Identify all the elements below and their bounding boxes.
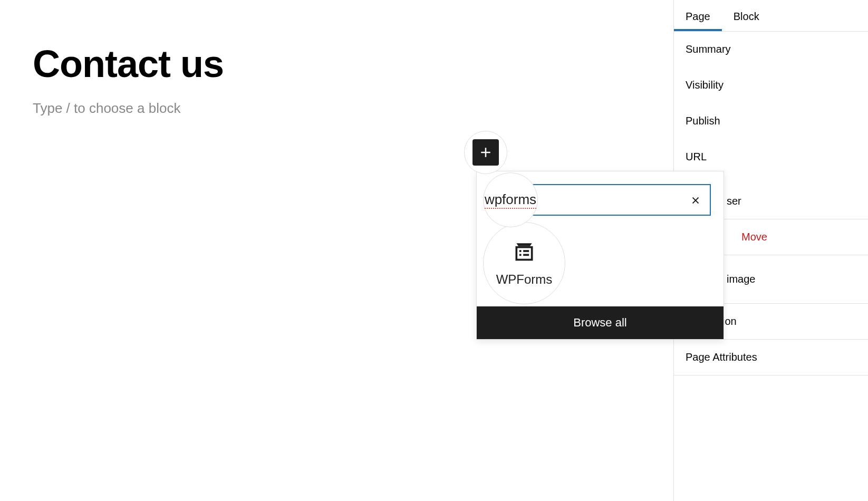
add-block-button[interactable] xyxy=(472,139,499,166)
tab-page[interactable]: Page xyxy=(674,0,722,31)
search-input-value: wpforms xyxy=(485,191,536,209)
sidebar-tabs: Page Block xyxy=(674,0,868,32)
add-block-circle xyxy=(464,131,507,174)
block-placeholder-text[interactable]: Type / to choose a block xyxy=(33,100,641,117)
panel-url[interactable]: URL xyxy=(674,139,868,175)
close-icon xyxy=(690,195,701,206)
search-text-highlight: wpforms xyxy=(483,172,538,227)
browse-all-button[interactable]: Browse all xyxy=(477,306,724,339)
page-title[interactable]: Contact us xyxy=(33,42,641,85)
svg-rect-4 xyxy=(516,247,532,260)
clear-search-button[interactable] xyxy=(690,194,701,210)
block-search-row: wpforms xyxy=(477,171,724,225)
wpforms-icon xyxy=(513,239,536,263)
tab-block[interactable]: Block xyxy=(722,0,771,31)
panel-publish[interactable]: Publish xyxy=(674,103,868,139)
add-block-trigger[interactable] xyxy=(464,131,507,174)
block-result-wpforms[interactable]: WPForms xyxy=(483,222,565,304)
block-picker-popover: wpforms WPForms Browse all xyxy=(476,171,724,340)
panel-summary[interactable]: Summary xyxy=(674,32,868,68)
block-result-label: WPForms xyxy=(496,272,553,287)
panel-page-attributes[interactable]: Page Attributes xyxy=(674,340,868,375)
block-results: WPForms xyxy=(477,225,724,306)
plus-icon xyxy=(478,144,494,160)
panel-visibility[interactable]: Visibility xyxy=(674,68,868,103)
